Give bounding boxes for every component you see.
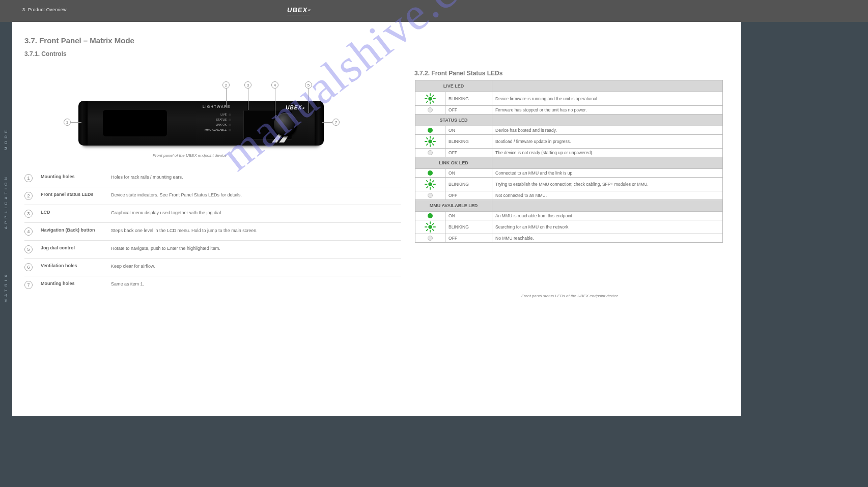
led-off-icon [428,107,433,112]
svg-line-15 [433,144,434,146]
reference-name: LCD [41,210,107,215]
device-led-label-linkok: LINK OK [216,122,227,127]
led-section-name: STATUS LED [415,114,492,126]
led-section-header: MMU AVAILABLE LED [415,200,723,212]
led-section-spacer [492,157,723,169]
app-topbar: 3. Product Overview UBEX« [0,0,868,22]
svg-point-9 [428,139,432,143]
brand-logo-chevron-icon: « [308,8,310,13]
svg-line-23 [427,181,428,182]
breadcrumb: 3. Product Overview [22,7,67,12]
led-row-desc: Connected to an MMU and the link is up. [492,169,723,178]
brand-logo-text: UBEX [287,6,307,14]
left-rail-label-2: APPLICATION [3,175,9,229]
front-panel-reference: 1Mounting holesHoles for rack rails / mo… [24,169,401,294]
callout-line [309,89,309,113]
led-row: BLINKINGSearching for an MMU on the netw… [415,220,723,234]
svg-line-17 [433,138,434,139]
reference-row: 2Front panel status LEDsDevice state ind… [24,187,401,205]
page-subtitle: 3.7.1. Controls [24,50,67,58]
device-led-dot [229,113,231,116]
led-row-icon [415,126,445,135]
led-blink-icon [425,136,436,147]
callout-number: 3 [244,81,251,89]
svg-line-34 [427,230,428,231]
svg-line-6 [433,101,434,103]
svg-line-8 [433,95,434,97]
led-row-icon [415,191,445,200]
left-rail-label-3: MATRIX [3,272,9,303]
svg-line-25 [427,187,428,188]
led-row: ONDevice has booted and is ready. [415,126,723,135]
led-row-desc: No MMU reachable. [492,234,723,243]
reference-number: 4 [24,227,33,236]
led-row-icon [415,92,445,106]
led-section-name: LIVE LED [415,80,492,92]
led-row-desc: Not connected to an MMU. [492,191,723,200]
led-row-icon [415,106,445,114]
reference-number: 5 [24,245,33,253]
device-caption: Front panel of the UBEX endpoint device [153,153,227,158]
led-section-header: STATUS LED [415,114,723,126]
callout-number: 1 [64,119,71,126]
led-row-desc: Device has booted and is ready. [492,126,723,135]
led-table-title: 3.7.2. Front Panel Status LEDs [414,70,502,77]
device-led-label-status: STATUS [216,117,227,122]
device-led-label-live: LIVE [220,112,227,117]
led-row: OFFNot connected to an MMU. [415,191,723,200]
svg-line-5 [427,95,428,97]
device-led-dot [229,129,231,131]
page-title: 3.7. Front Panel – Matrix Mode [24,36,134,45]
led-row: ONConnected to an MMU and the link is up… [415,169,723,178]
led-row: BLINKINGBootload / firmware update in pr… [415,135,723,149]
led-row: OFFThe device is not ready (starting up … [415,149,723,157]
led-row-state: BLINKING [445,178,492,191]
led-on-icon [428,170,433,176]
led-row-desc: An MMU is reachable from this endpoint. [492,212,723,220]
reference-name: Ventilation holes [41,263,107,268]
reference-row: 6Ventilation holesKeep clear for airflow… [24,258,401,276]
callout-line [248,89,248,110]
reference-row: 7Mounting holesSame as item 1. [24,276,401,294]
led-row-desc: The device is not ready (starting up or … [492,149,723,157]
svg-line-26 [433,181,434,182]
led-row-state: OFF [445,191,492,200]
led-row-state: ON [445,169,492,178]
reference-desc: Device state indicators. See Front Panel… [111,192,401,198]
led-blink-icon [425,179,436,190]
brand-logo: UBEX« [287,6,310,15]
led-row-state: BLINKING [445,135,492,149]
led-row-icon [415,135,445,149]
led-row: ONAn MMU is reachable from this endpoint… [415,212,723,220]
reference-row: 4Navigation (Back) buttonSteps back one … [24,222,401,240]
reference-desc: Graphical menu display used together wit… [111,210,401,216]
callout-line [322,122,332,123]
device-leds: LIVE STATUS LINK OK MMU AVAILABLE [205,112,231,132]
reference-name: Mounting holes [41,174,107,179]
led-section-name: MMU AVAILABLE LED [415,200,492,212]
manual-page: 3.7. Front Panel – Matrix Mode 3.7.1. Co… [12,22,741,416]
svg-point-0 [428,97,432,100]
led-row-state: OFF [445,234,492,243]
svg-point-18 [428,182,432,186]
led-row-icon [415,169,445,178]
led-on-icon [428,213,433,218]
led-section-spacer [492,200,723,212]
svg-line-32 [427,223,428,225]
reference-desc: Keep clear for airflow. [111,263,401,269]
led-row-state: OFF [445,149,492,157]
led-section-spacer [492,80,723,92]
led-blink-icon [425,93,436,104]
led-row: BLINKINGTrying to establish the MMU conn… [415,178,723,191]
reference-number: 7 [24,281,33,289]
led-row-state: ON [445,212,492,220]
led-blink-icon [425,221,436,233]
led-row-state: ON [445,126,492,135]
reference-number: 6 [24,263,33,271]
device-led-label-mmu: MMU AVAILABLE [205,127,227,132]
reference-desc: Rotate to navigate, push to Enter the hi… [111,245,401,251]
svg-line-16 [427,144,428,146]
device-ventilation [103,110,167,136]
led-row-state: BLINKING [445,220,492,234]
led-off-icon [428,150,433,155]
